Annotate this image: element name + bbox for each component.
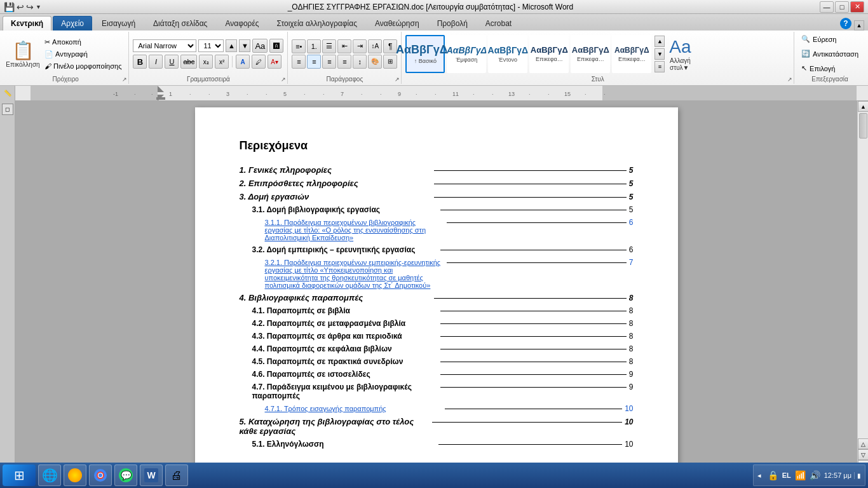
align-center-btn[interactable]: ≡	[307, 55, 321, 69]
scroll-page-up-btn[interactable]: △	[858, 438, 868, 449]
underline-btn[interactable]: U	[165, 55, 179, 69]
clipboard-expand[interactable]: ↗	[122, 76, 127, 83]
style-heading2[interactable]: ΑαΒβΓγΔ Επικεφα…	[571, 35, 610, 73]
find-btn[interactable]: 🔍 Εύρεση	[798, 33, 862, 45]
taskbar-printer[interactable]: 🖨	[165, 464, 188, 486]
copy-button[interactable]: 📄 Αντιγραφή	[41, 49, 125, 60]
style-strong[interactable]: ΑαΒβΓγΔ Έντονο	[488, 35, 527, 73]
svg-text:-1: -1	[113, 91, 118, 97]
tab-page-layout[interactable]: Διάταξη σελίδας	[145, 16, 215, 30]
clipboard-label: Πρόχειρο	[53, 74, 79, 83]
scroll-up-btn[interactable]: ▲	[858, 101, 868, 112]
quick-access-arrow[interactable]: ▼	[36, 4, 41, 10]
toc-entry-6: 3.2.1. Παράδειγμα περιεχομένων εμπειρική…	[240, 258, 634, 289]
font-color-btn[interactable]: A▾	[268, 55, 281, 69]
font-size-decrease-btn[interactable]: ▼	[239, 39, 250, 52]
system-clock[interactable]: 12:57 μμ	[824, 471, 851, 480]
styles-expand[interactable]: ≡	[654, 61, 665, 72]
strikethrough-btn[interactable]: abc	[180, 55, 197, 69]
undo-quick-btn[interactable]: ↩	[17, 2, 24, 12]
ribbon-content: 📋 Επικόλληση ✂ Αποκοπή 📄 Αντιγραφή 🖌 Πιν…	[0, 30, 868, 86]
sidebar-view-btn[interactable]: ◻	[2, 104, 13, 115]
superscript-btn[interactable]: x²	[215, 55, 229, 69]
toc-text-0: 1. Γενικές πληροφορίες	[240, 165, 432, 175]
tab-file[interactable]: Αρχείο	[53, 16, 92, 30]
replace-btn[interactable]: 🔄 Αντικατάσταση	[798, 48, 862, 60]
align-right-btn[interactable]: ≡	[322, 55, 336, 69]
close-btn[interactable]: ✕	[850, 1, 864, 13]
tab-acrobat[interactable]: Acrobat	[477, 16, 520, 30]
start-button[interactable]: ⊞	[3, 464, 36, 486]
taskbar-whatsapp[interactable]: 💬	[114, 464, 137, 486]
toc-page-11: 8	[629, 344, 634, 353]
decrease-indent-btn[interactable]: ⇤	[337, 39, 351, 53]
tab-mailings[interactable]: Στοιχεία αλληλογραφίας	[269, 16, 365, 30]
taskbar-word[interactable]: W	[140, 464, 163, 486]
change-case-btn[interactable]: Aa	[252, 39, 268, 53]
scroll-thumb[interactable]	[859, 113, 867, 139]
text-highlight-btn[interactable]: 🖊	[252, 55, 266, 69]
toc-entry-10: 4.3. Παραπομπές σε άρθρα και περιοδικά8	[240, 332, 634, 341]
bullets-btn[interactable]: ≡•	[292, 39, 306, 53]
justify-btn[interactable]: ≡	[337, 55, 351, 69]
change-style-icon[interactable]: Aa	[669, 37, 691, 57]
taskbar-chrome[interactable]	[89, 464, 112, 486]
multilevel-btn[interactable]: ☰	[322, 39, 336, 53]
cut-button[interactable]: ✂ Αποκοπή	[41, 37, 125, 48]
tab-insert[interactable]: Εισαγωγή	[93, 16, 144, 30]
tab-references[interactable]: Αναφορές	[217, 16, 267, 30]
sort-btn[interactable]: ↕A	[368, 39, 382, 53]
tab-view[interactable]: Προβολή	[429, 16, 476, 30]
style-heading1[interactable]: ΑαΒβΓγΔ Επικεφα…	[529, 35, 569, 73]
document-area[interactable]: Περιεχόμενα 1. Γενικές πληροφορίες52. Επ…	[15, 101, 857, 471]
help-button[interactable]: ?	[840, 18, 851, 29]
style-heading3[interactable]: ΑαΒβΓγΔ Επικεφα…	[612, 35, 651, 73]
styles-scroll-down[interactable]: ▼	[654, 48, 665, 60]
svg-text:·: ·	[380, 91, 382, 97]
scroll-track[interactable]	[858, 112, 868, 438]
paste-button[interactable]: 📋 Επικόλληση	[6, 35, 39, 73]
subscript-btn[interactable]: x₂	[199, 55, 213, 69]
toc-dots-1	[434, 184, 627, 184]
scroll-page-down-btn[interactable]: ▽	[858, 449, 868, 460]
change-style-label[interactable]: Αλλαγήστυλ▼	[670, 57, 691, 71]
taskbar-ie[interactable]: 🌐	[38, 464, 61, 486]
find-icon: 🔍	[801, 35, 810, 43]
bold-btn[interactable]: B	[133, 55, 147, 69]
ribbon-collapse-btn[interactable]: ▲	[854, 20, 864, 30]
line-spacing-btn[interactable]: ↕	[353, 55, 367, 69]
align-left-btn[interactable]: ≡	[292, 55, 306, 69]
redo-quick-btn[interactable]: ↪	[26, 2, 34, 12]
shading-btn[interactable]: 🎨	[368, 55, 382, 69]
select-btn[interactable]: ↖ Επιλογή	[798, 62, 862, 74]
paragraph-group-content: ≡• 1. ☰ ⇤ ⇥ ↕A ¶ ≡ ≡ ≡ ≡ ↕ 🎨 ⊞	[292, 33, 397, 74]
save-quick-btn[interactable]: 💾	[4, 2, 15, 12]
font-name-select[interactable]: Arial Narrow	[133, 39, 196, 52]
style-emphasis[interactable]: ΑαΒβΓγΔ Έμφαση	[447, 35, 486, 73]
tab-review[interactable]: Αναθεώρηση	[367, 16, 428, 30]
italic-btn[interactable]: I	[149, 55, 163, 69]
tab-home[interactable]: Κεντρική	[3, 16, 51, 30]
styles-scroll-up[interactable]: ▲	[654, 36, 665, 47]
font-expand[interactable]: ↗	[281, 76, 286, 83]
styles-group: ΑαΒβΓγΔδ ↑ Βασικό ΑαΒβΓγΔ Έμφαση ΑαΒβΓγΔ…	[402, 32, 794, 84]
view-ruler-btn[interactable]: 📏	[0, 86, 15, 101]
text-effects-btn[interactable]: A	[236, 55, 250, 69]
svg-text:·: ·	[208, 91, 210, 97]
show-desktop-btn[interactable]: ▮	[854, 472, 861, 479]
font-size-select[interactable]: 11	[198, 39, 224, 52]
paragraph-expand[interactable]: ↗	[395, 76, 400, 83]
numbering-btn[interactable]: 1.	[307, 39, 321, 53]
font-size-increase-btn[interactable]: ▲	[226, 39, 237, 52]
styles-expand-btn[interactable]: ↗	[787, 76, 792, 83]
clear-format-btn[interactable]: 🅰	[269, 39, 283, 53]
maximize-btn[interactable]: □	[835, 1, 849, 13]
increase-indent-btn[interactable]: ⇥	[353, 39, 367, 53]
tray-arrow[interactable]: ◂	[757, 471, 761, 480]
minimize-btn[interactable]: —	[820, 1, 834, 13]
paintformat-button[interactable]: 🖌 Πινέλο μορφοποίησης	[41, 61, 125, 71]
toc-text-4: 3.1.1. Παράδειγμα περιεχομένων βιβλιογρα…	[265, 219, 445, 241]
style-basic[interactable]: ΑαΒβΓγΔδ ↑ Βασικό	[405, 35, 445, 73]
toc-dots-3	[440, 210, 627, 210]
taskbar-orb[interactable]	[64, 464, 86, 486]
